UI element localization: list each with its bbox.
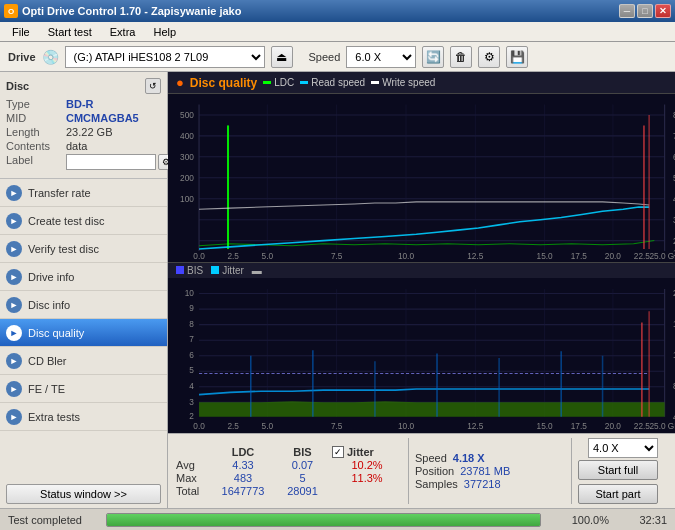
drive-info-icon: ► [6, 269, 22, 285]
create-test-disc-icon: ► [6, 213, 22, 229]
progress-bar-container: Test completed 100.0% 32:31 [0, 508, 675, 530]
total-label: Total [176, 485, 211, 497]
contents-label: Contents [6, 140, 66, 152]
write-legend-label: Write speed [382, 77, 435, 88]
position-value: 23781 MB [460, 465, 510, 477]
mid-label: MID [6, 112, 66, 124]
disc-refresh-button[interactable]: ↺ [145, 78, 161, 94]
read-legend-label: Read speed [311, 77, 365, 88]
sidebar-item-verify-test-disc[interactable]: ► Verify test disc [0, 235, 167, 263]
svg-text:7: 7 [189, 334, 194, 344]
length-value: 23.22 GB [66, 126, 112, 138]
lower-chart: 10 9 8 7 6 5 4 3 2 20% 16% 12% 8% 4% 0 [168, 278, 675, 433]
quality-header: ● Disc quality LDC Read speed Write spee… [168, 72, 675, 94]
transfer-rate-icon: ► [6, 185, 22, 201]
avg-bis: 0.07 [275, 459, 330, 471]
samples-value: 377218 [464, 478, 501, 490]
right-content: ● Disc quality LDC Read speed Write spee… [168, 72, 675, 508]
menu-extra[interactable]: Extra [102, 24, 144, 40]
svg-text:8: 8 [189, 318, 194, 328]
eject-button[interactable]: ⏏ [271, 46, 293, 68]
svg-text:10.0: 10.0 [398, 251, 414, 261]
sidebar-label-cd-bler: CD Bler [28, 355, 67, 367]
speed-dropdown[interactable]: 4.0 X [588, 438, 658, 458]
menu-start-test[interactable]: Start test [40, 24, 100, 40]
svg-text:0.0: 0.0 [193, 420, 205, 430]
svg-text:2: 2 [189, 410, 194, 420]
progress-time: 32:31 [617, 514, 667, 526]
max-ldc: 483 [213, 472, 273, 484]
svg-text:17.5: 17.5 [571, 251, 587, 261]
sidebar-item-cd-bler[interactable]: ► CD Bler [0, 347, 167, 375]
bis-dot [176, 266, 184, 274]
bis-header: BIS Jitter ▬ [168, 263, 675, 278]
lower-chart-svg: 10 9 8 7 6 5 4 3 2 20% 16% 12% 8% 4% 0 [168, 278, 675, 433]
progress-track [106, 513, 541, 527]
stats-panel: LDC BIS ✓ Jitter Avg 4.33 0.07 10.2% [168, 433, 675, 508]
svg-text:20.0: 20.0 [605, 420, 621, 430]
svg-text:25.0 GB: 25.0 GB [649, 420, 675, 430]
settings-button[interactable]: ⚙ [478, 46, 500, 68]
status-window-button[interactable]: Status window >> [6, 484, 161, 504]
max-label: Max [176, 472, 211, 484]
total-bis: 28091 [275, 485, 330, 497]
sidebar-item-fe-te[interactable]: ► FE / TE [0, 375, 167, 403]
menu-help[interactable]: Help [145, 24, 184, 40]
svg-text:10: 10 [185, 287, 194, 297]
svg-text:9: 9 [189, 303, 194, 313]
sidebar-item-disc-info[interactable]: ► Disc info [0, 291, 167, 319]
start-full-button[interactable]: Start full [578, 460, 658, 480]
sidebar-label-extra-tests: Extra tests [28, 411, 80, 423]
type-value: BD-R [66, 98, 94, 110]
svg-text:4: 4 [189, 380, 194, 390]
svg-text:3: 3 [189, 396, 194, 406]
drive-select[interactable]: (G:) ATAPI iHES108 2 7L09 [65, 46, 265, 68]
sidebar-label-verify-test-disc: Verify test disc [28, 243, 99, 255]
sidebar-item-transfer-rate[interactable]: ► Transfer rate [0, 179, 167, 207]
erase-button[interactable]: 🗑 [450, 46, 472, 68]
svg-text:10.0: 10.0 [398, 420, 414, 430]
svg-text:7.5: 7.5 [331, 251, 343, 261]
svg-text:500: 500 [180, 110, 194, 120]
save-button[interactable]: 💾 [506, 46, 528, 68]
speed-stats-label: Speed [415, 452, 447, 464]
drive-icon: 💿 [42, 49, 59, 65]
speed-select[interactable]: 6.0 X [346, 46, 416, 68]
progress-status: Test completed [8, 514, 98, 526]
sidebar-item-drive-info[interactable]: ► Drive info [0, 263, 167, 291]
extra-tests-icon: ► [6, 409, 22, 425]
label-input[interactable] [66, 154, 156, 170]
sidebar-label-drive-info: Drive info [28, 271, 74, 283]
upper-chart: 500 400 300 200 100 8 X 7 X 6 X 5 X 4 X … [168, 94, 675, 263]
svg-text:17.5: 17.5 [571, 420, 587, 430]
jitter-checkbox[interactable]: ✓ [332, 446, 344, 458]
svg-text:100: 100 [180, 194, 194, 204]
upper-chart-svg: 500 400 300 200 100 8 X 7 X 6 X 5 X 4 X … [168, 94, 675, 262]
menu-file[interactable]: File [4, 24, 38, 40]
refresh-button[interactable]: 🔄 [422, 46, 444, 68]
close-button[interactable]: ✕ [655, 4, 671, 18]
svg-text:15.0: 15.0 [537, 420, 553, 430]
app-icon: O [4, 4, 18, 18]
svg-text:15.0: 15.0 [537, 251, 553, 261]
speed-label: Speed [309, 51, 341, 63]
svg-text:5.0: 5.0 [262, 251, 274, 261]
label-label: Label [6, 154, 66, 170]
svg-text:5.0: 5.0 [262, 420, 274, 430]
sidebar-item-create-test-disc[interactable]: ► Create test disc [0, 207, 167, 235]
sidebar-item-extra-tests[interactable]: ► Extra tests [0, 403, 167, 431]
start-part-button[interactable]: Start part [578, 484, 658, 504]
svg-text:22.5: 22.5 [634, 251, 650, 261]
bis-legend-label: BIS [187, 265, 203, 276]
verify-test-disc-icon: ► [6, 241, 22, 257]
sidebar-item-disc-quality[interactable]: ► Disc quality [0, 319, 167, 347]
avg-ldc: 4.33 [213, 459, 273, 471]
disc-panel: Disc ↺ Type BD-R MID CMCMAGBA5 Length 23… [0, 72, 167, 179]
maximize-button[interactable]: □ [637, 4, 653, 18]
quality-title: Disc quality [190, 76, 257, 90]
sidebar: Disc ↺ Type BD-R MID CMCMAGBA5 Length 23… [0, 72, 168, 508]
svg-text:20.0: 20.0 [605, 251, 621, 261]
minimize-button[interactable]: ─ [619, 4, 635, 18]
svg-text:2.5: 2.5 [227, 251, 239, 261]
disc-panel-title: Disc [6, 80, 29, 92]
